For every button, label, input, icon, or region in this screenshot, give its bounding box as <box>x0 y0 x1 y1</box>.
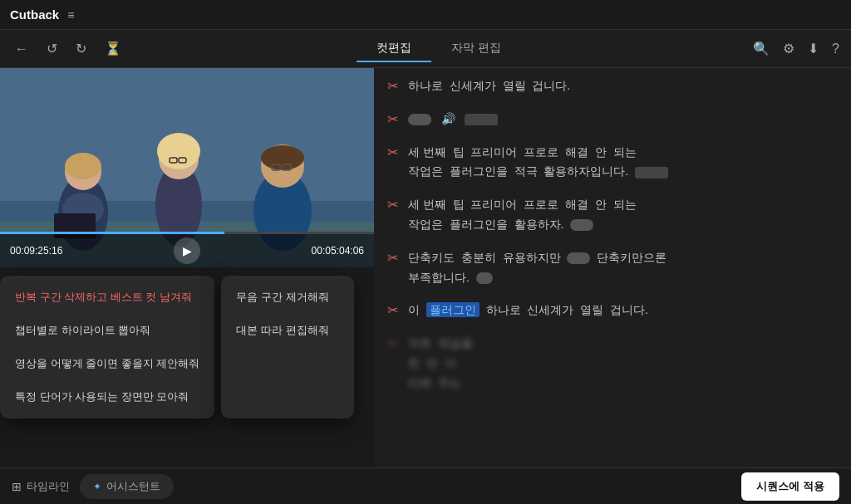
video-thumbnail: 00:09:25:16 ▶ 00:05:04:06 <box>0 68 374 267</box>
highlight-plugin: 플러그인 <box>426 302 480 317</box>
transcript-line-3: ✂ 세 번째 팁 프리미어 프로로 해결 안 되는 작업은 플러그인을 활용하자… <box>387 195 838 235</box>
context-menu-right-item-1[interactable]: 대본 따라 편집해줘 <box>221 314 354 347</box>
tab-subtitle-edit[interactable]: 자막 편집 <box>431 36 521 62</box>
context-menu-item-2[interactable]: 영상을 어떻게 줄이면 좋을지 제안해줘 <box>0 347 214 380</box>
cut-icon-1: ✂ <box>387 111 398 127</box>
transcript-text-5: 이 플러그인 하나로 신세계가 열릴 겁니다. <box>408 301 838 321</box>
video-controls: 00:09:25:16 ▶ 00:05:04:06 <box>0 234 374 267</box>
right-panel[interactable]: ✂ 하나로 신세계가 열릴 겁니다. ✂ 🔊 ✂ 세 번째 팁 프리미어 프로로… <box>374 68 851 467</box>
undo-button[interactable]: ↺ <box>43 37 61 60</box>
apply-button[interactable]: 시퀀스에 적용 <box>741 472 839 501</box>
context-menu-left: 반복 구간 삭제하고 베스트 컷 남겨줘 챕터별로 하이라이트 뽑아줘 영상을 … <box>0 276 214 418</box>
bottom-bar: ⊞ 타임라인 ✦ 어시스턴트 시퀀스에 적용 <box>0 467 851 504</box>
tab-cut-edit[interactable]: 컷편집 <box>357 36 431 62</box>
nav-right: 🔍 ⚙ ⬇ ? <box>753 41 839 56</box>
video-area: 00:09:25:16 ▶ 00:05:04:06 <box>0 68 374 267</box>
transcript-text-2: 세 번째 팁 프리미어 프로로 해결 안 되는 작업은 플러그인을 적극 활용하… <box>408 143 838 183</box>
download-button[interactable]: ⬇ <box>808 41 819 56</box>
time-elapsed: 00:09:25:16 <box>10 245 62 257</box>
transcript-line-1: ✂ 🔊 <box>387 110 838 130</box>
cut-icon-3: ✂ <box>387 197 398 213</box>
transcript-text-1: 🔊 <box>408 110 838 130</box>
main-content: 00:09:25:16 ▶ 00:05:04:06 요약 00:00 ~ 00:… <box>0 68 851 467</box>
transcript-line-2: ✂ 세 번째 팁 프리미어 프로로 해결 안 되는 작업은 플러그인을 적극 활… <box>387 143 838 183</box>
left-panel: 00:09:25:16 ▶ 00:05:04:06 요약 00:00 ~ 00:… <box>0 68 374 467</box>
top-bar: Cutback ≡ <box>0 0 851 30</box>
context-menu-item-1[interactable]: 챕터별로 하이라이트 뽑아줘 <box>0 314 214 347</box>
cut-icon-blurred: ✂ <box>387 335 398 351</box>
context-menu-right-item-0[interactable]: 무음 구간 제거해줘 <box>221 281 354 314</box>
history-button[interactable]: ⏳ <box>101 37 125 60</box>
nav-tabs: 컷편집 자막 편집 <box>125 36 753 62</box>
pill-2 <box>635 167 668 179</box>
cut-icon-5: ✂ <box>387 302 398 318</box>
transcript-text-4: 단축키도 충분히 유용하지만 단축키만으론 부족합니다. <box>408 248 838 288</box>
settings-button[interactable]: ⚙ <box>783 41 794 56</box>
transcript-text-3: 세 번째 팁 프리미어 프로로 해결 안 되는 작업은 플러그인을 활용하자. <box>408 195 838 235</box>
play-button[interactable]: ▶ <box>174 237 200 264</box>
timeline-section: ⊞ 타임라인 <box>12 479 70 494</box>
cut-icon-2: ✂ <box>387 144 398 160</box>
toggle-4[interactable] <box>567 252 590 264</box>
transcript-line-4: ✂ 단축키도 충분히 유용하지만 단축키만으론 부족합니다. <box>387 248 838 288</box>
transcript-text-blurred: 저희 채널을한 번 더리해 주는 <box>408 334 838 393</box>
transcript-line-0: ✂ 하나로 신세계가 열릴 겁니다. <box>387 76 838 96</box>
context-menu-container: 반복 구간 삭제하고 베스트 컷 남겨줘 챕터별로 하이라이트 뽑아줘 영상을 … <box>0 276 354 418</box>
assistant-icon: ✦ <box>93 481 101 492</box>
transcript-line-blurred: ✂ 저희 채널을한 번 더리해 주는 <box>387 334 838 393</box>
redo-button[interactable]: ↻ <box>72 37 90 60</box>
speaker-icon-1: 🔊 <box>441 112 455 125</box>
timeline-icon: ⊞ <box>12 480 22 493</box>
cut-icon-4: ✂ <box>387 250 398 266</box>
context-menu-item-3[interactable]: 특정 단어가 사용되는 장면만 모아줘 <box>0 380 214 413</box>
svg-point-6 <box>65 153 101 179</box>
time-total: 00:05:04:06 <box>312 245 364 257</box>
context-menu-right: 무음 구간 제거해줘 대본 따라 편집해줘 <box>221 276 354 418</box>
back-button[interactable]: ← <box>12 38 32 60</box>
timeline-label-text: 타임라인 <box>27 479 70 494</box>
search-button[interactable]: 🔍 <box>753 41 770 56</box>
nav-bar: ← ↺ ↻ ⏳ 컷편집 자막 편집 🔍 ⚙ ⬇ ? <box>0 30 851 68</box>
text-pill-1 <box>465 114 498 125</box>
transcript-line-5: ✂ 이 플러그인 하나로 신세계가 열릴 겁니다. <box>387 301 838 321</box>
assistant-label: 어시스턴트 <box>106 479 160 494</box>
nav-left: ← ↺ ↻ ⏳ <box>12 37 125 60</box>
assistant-button[interactable]: ✦ 어시스턴트 <box>80 474 174 499</box>
help-button[interactable]: ? <box>832 42 839 56</box>
app-title: Cutback <box>10 7 59 22</box>
left-lower: 요약 00:00 ~ 00:00 영상 편집 시작하기 › • • 새해에 영상… <box>0 267 374 467</box>
transcript-text-0: 하나로 신세계가 열릴 겁니다. <box>408 76 838 96</box>
toggle-4b[interactable] <box>476 272 493 284</box>
context-menu-item-0[interactable]: 반복 구간 삭제하고 베스트 컷 남겨줘 <box>0 281 214 314</box>
svg-point-10 <box>157 133 200 169</box>
pill-3 <box>570 219 593 231</box>
cut-icon-0: ✂ <box>387 78 398 94</box>
toggle-pill-1[interactable] <box>408 114 431 125</box>
menu-icon[interactable]: ≡ <box>67 8 74 22</box>
